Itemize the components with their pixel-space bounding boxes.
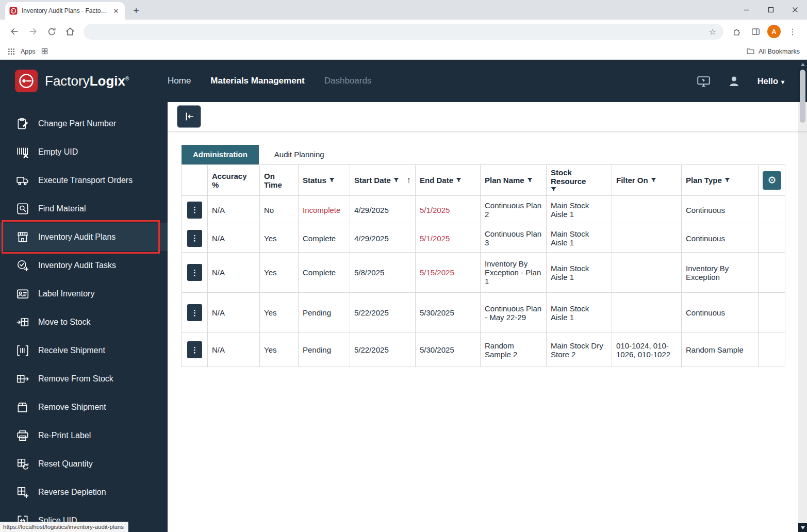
cell-end-date: 5/30/2025 (416, 333, 481, 367)
page-scrollbar[interactable] (798, 60, 807, 532)
column-header-filter-on[interactable]: Filter On (612, 165, 682, 196)
sidebar-item-label: Receive Shipment (38, 346, 105, 355)
cell-filter-on (612, 253, 682, 293)
sidebar-item-remove-from-stock[interactable]: Remove From Stock (0, 364, 168, 393)
column-header-plan-type[interactable]: Plan Type (682, 165, 759, 196)
sidebar-item-re-print-label[interactable]: Re-Print Label (0, 421, 168, 450)
all-bookmarks[interactable]: All Bookmarks (746, 47, 800, 56)
sidebar-item-inventory-audit-plans[interactable]: Inventory Audit Plans (0, 223, 168, 251)
tab-administration[interactable]: Administration (182, 145, 259, 164)
sidebar-item-label: Find Material (38, 204, 86, 213)
column-header-settings: ⚙ (759, 165, 785, 196)
apps-label[interactable]: Apps (21, 48, 36, 55)
row-actions-button[interactable]: ⋮ (187, 264, 202, 281)
browser-menu-icon[interactable]: ⋮ (784, 23, 801, 40)
scroll-down-arrow[interactable] (798, 523, 807, 532)
row-actions-button[interactable]: ⋮ (187, 304, 202, 321)
content-tabs: Administration Audit Planning (182, 145, 807, 164)
sidebar-item-label: Inventory Audit Plans (38, 232, 116, 242)
scroll-up-arrow[interactable] (798, 60, 807, 69)
window-maximize-button[interactable] (759, 0, 783, 20)
sidebar-item-reset-quantity[interactable]: Reset Quantity (0, 450, 168, 478)
nav-dashboards[interactable]: Dashboards (324, 76, 372, 86)
sidebar-item-inventory-audit-tasks[interactable]: Inventory Audit Tasks (0, 251, 168, 279)
apps-grid-icon[interactable] (7, 47, 15, 56)
profile-avatar[interactable]: A (766, 23, 782, 40)
user-icon[interactable] (727, 74, 741, 88)
sidebar-item-receive-shipment[interactable]: Receive Shipment (0, 336, 168, 364)
apps-shortcut-icon[interactable] (41, 47, 48, 55)
sidebar-item-reverse-depletion[interactable]: Reverse Depletion (0, 478, 168, 506)
nav-materials-management[interactable]: Materials Management (210, 76, 304, 86)
scrollbar-thumb[interactable] (800, 70, 805, 123)
cell-stock-resource: Main Stock Aisle 1 (547, 196, 612, 224)
bookmark-star-icon[interactable]: ☆ (709, 27, 716, 37)
gear-icon[interactable]: ⚙ (763, 171, 781, 190)
table-row: ⋮ N/A Yes Pending 5/22/2025 5/30/2025 Ra… (182, 333, 785, 367)
user-menu[interactable]: Hello▾ (757, 76, 784, 86)
cell-end-date: 5/30/2025 (416, 293, 481, 333)
row-actions-button[interactable]: ⋮ (187, 230, 202, 247)
home-button[interactable] (62, 23, 78, 40)
forward-button[interactable] (25, 23, 41, 40)
cell-status: Pending (299, 293, 350, 333)
sidebar-item-label: Change Part Number (38, 119, 116, 128)
cell-start-date: 5/22/2025 (350, 333, 416, 367)
column-header-on-time[interactable]: On Time (260, 165, 299, 196)
side-panel-icon[interactable] (747, 23, 764, 40)
tab-audit-planning[interactable]: Audit Planning (259, 145, 340, 164)
screen-share-icon[interactable] (697, 74, 711, 88)
storefront-icon (15, 230, 30, 244)
sidebar-item-empty-uid[interactable]: Empty UID (0, 138, 168, 166)
box-reset-icon (15, 457, 30, 471)
new-tab-button[interactable]: + (129, 4, 143, 18)
browser-tab[interactable]: Inventory Audit Plans - FactoryL ✕ (5, 2, 125, 20)
extensions-icon[interactable] (729, 23, 745, 40)
url-input[interactable] (91, 28, 709, 36)
cell-start-date: 4/29/2025 (350, 224, 416, 253)
row-actions-button[interactable]: ⋮ (187, 341, 202, 358)
search-box-icon (15, 202, 30, 215)
cell-accuracy: N/A (208, 253, 260, 293)
collapse-sidebar-button[interactable] (177, 105, 201, 128)
table-row: ⋮ N/A Yes Pending 5/22/2025 5/30/2025 Co… (182, 293, 785, 333)
column-header-end-date[interactable]: End Date (416, 165, 481, 196)
sidebar-item-label-inventory[interactable]: Label Inventory (0, 279, 168, 308)
cell-stock-resource: Main Stock Aisle 1 (547, 253, 612, 293)
cell-on-time: Yes (260, 333, 299, 367)
window-minimize-button[interactable] (734, 0, 759, 20)
omnibox[interactable]: ☆ (84, 24, 723, 40)
column-header-accuracy[interactable]: Accuracy % (208, 165, 260, 196)
reload-button[interactable] (43, 23, 60, 40)
cell-stock-resource: Main Stock Aisle 1 (547, 224, 612, 253)
sidebar-item-find-material[interactable]: Find Material (0, 194, 168, 223)
cell-filter-on (612, 196, 682, 224)
printer-icon (15, 429, 30, 442)
sidebar-item-remove-shipment[interactable]: Remove Shipment (0, 393, 168, 421)
filter-icon (456, 177, 462, 183)
column-header-status[interactable]: Status (299, 165, 350, 196)
tab-close-icon[interactable]: ✕ (111, 6, 121, 15)
column-header-stock-resource[interactable]: Stock Resource (547, 165, 612, 196)
brand-logo[interactable]: FactoryLogix® (0, 69, 168, 93)
table-row: ⋮ N/A No Incomplete 4/29/2025 5/1/2025 C… (182, 196, 785, 224)
window-close-button[interactable] (783, 0, 807, 20)
package-icon (15, 401, 30, 414)
row-actions-button[interactable]: ⋮ (187, 202, 202, 219)
nav-home[interactable]: Home (168, 76, 191, 86)
cell-status: Complete (299, 253, 350, 293)
column-header-plan-name[interactable]: Plan Name (481, 165, 547, 196)
bookmarks-bar: Apps All Bookmarks (0, 43, 807, 60)
cell-start-date: 5/22/2025 (350, 293, 416, 333)
sidebar-item-label: Empty UID (38, 147, 78, 157)
cell-status: Pending (299, 333, 350, 367)
sidebar-item-execute-transport-orders[interactable]: Execute Transport Orders (0, 166, 168, 194)
column-header-start-date[interactable]: Start Date↑ (350, 165, 416, 196)
back-button[interactable] (6, 23, 23, 40)
cell-filter-on (612, 224, 682, 253)
sidebar-item-move-to-stock[interactable]: Move to Stock (0, 308, 168, 336)
app-nav: Home Materials Management Dashboards (168, 76, 371, 86)
brand-name: FactoryLogix® (45, 73, 129, 89)
sidebar-item-label: Remove Shipment (38, 403, 106, 412)
sidebar-item-change-part-number[interactable]: Change Part Number (0, 109, 168, 138)
